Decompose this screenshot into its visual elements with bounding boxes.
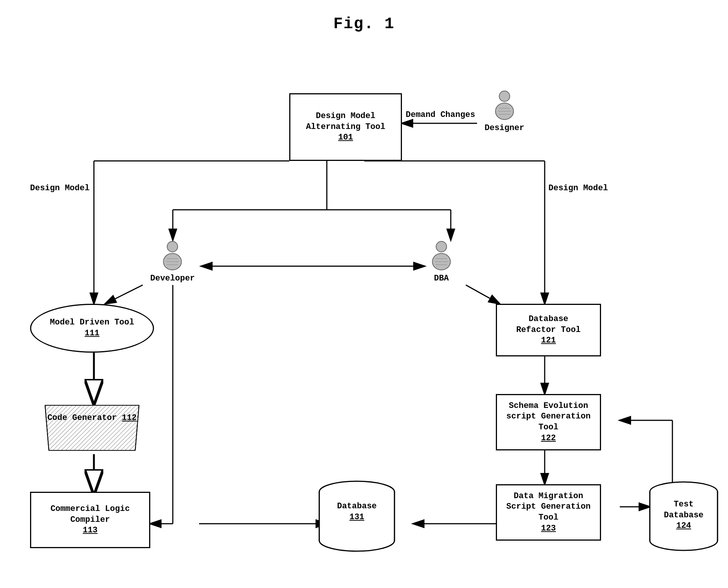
diagram: Design ModelAlternating Tool 101 Designe… <box>0 41 728 588</box>
developer-label: Developer <box>150 274 195 283</box>
database-refactor-tool-ref: 121 <box>541 335 556 346</box>
dba-person: DBA <box>428 240 455 283</box>
design-model-tool-box: Design ModelAlternating Tool 101 <box>289 93 402 161</box>
schema-evolution-tool-box: Schema Evolutionscript GenerationTool 12… <box>496 394 601 450</box>
database-ref: 131 <box>349 512 364 522</box>
test-database-cylinder: TestDatabase 124 <box>646 477 721 552</box>
svg-point-33 <box>436 241 447 252</box>
svg-point-28 <box>167 241 178 252</box>
code-generator-ref: 112 <box>122 413 137 423</box>
data-migration-tool-ref: 123 <box>541 523 556 534</box>
schema-evolution-tool-label: Schema Evolutionscript GenerationTool <box>506 401 591 433</box>
database-cylinder: Database 131 <box>312 477 402 552</box>
dba-label: DBA <box>434 274 449 283</box>
schema-evolution-tool-ref: 122 <box>541 433 556 444</box>
svg-marker-39 <box>45 405 139 450</box>
developer-person: Developer <box>150 240 195 283</box>
database-refactor-tool-label: DatabaseRefactor Tool <box>516 314 581 335</box>
database-label: Database <box>337 502 377 511</box>
code-generator: Code Generator 112 <box>38 402 147 454</box>
design-model-right-label: Design Model <box>548 183 608 193</box>
design-model-left-label: Design Model <box>30 183 89 193</box>
design-model-tool-label: Design ModelAlternating Tool <box>306 111 385 132</box>
designer-label: Designer <box>485 123 524 133</box>
design-model-tool-ref: 101 <box>338 132 353 143</box>
svg-point-23 <box>499 91 510 102</box>
data-migration-tool-label: Data MigrationScript GenerationTool <box>506 491 591 523</box>
model-driven-tool-ellipse: Model Driven Tool 111 <box>30 304 154 353</box>
commercial-logic-compiler-box: Commercial LogicCompiler 113 <box>30 492 150 548</box>
svg-line-7 <box>466 285 500 304</box>
model-driven-tool-label: Model Driven Tool <box>50 317 134 328</box>
demand-changes-label: Demand Changes <box>406 110 475 120</box>
model-driven-tool-ref: 111 <box>85 328 100 339</box>
page-title: Fig. 1 <box>0 0 728 33</box>
designer-person: Designer <box>485 89 524 133</box>
commercial-logic-compiler-label: Commercial LogicCompiler <box>50 504 130 525</box>
code-generator-label: Code Generator <box>47 413 122 423</box>
data-migration-tool-box: Data MigrationScript GenerationTool 123 <box>496 484 601 541</box>
database-refactor-tool-box: DatabaseRefactor Tool 121 <box>496 304 601 356</box>
test-database-label: TestDatabase <box>664 500 704 520</box>
commercial-logic-compiler-ref: 113 <box>83 525 98 536</box>
test-database-ref: 124 <box>676 521 691 530</box>
svg-line-6 <box>105 285 143 304</box>
